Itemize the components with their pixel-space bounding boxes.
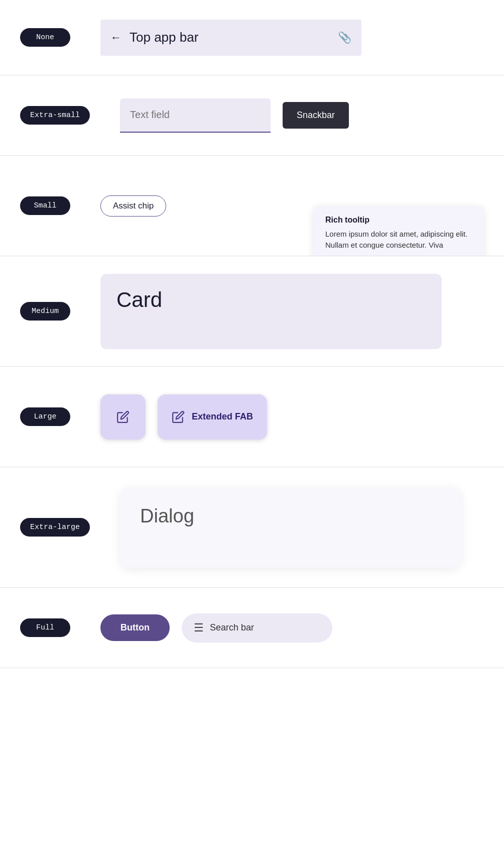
card[interactable]: Card [100,274,442,349]
extended-fab-label: Extended FAB [192,411,253,422]
dialog[interactable]: Dialog [120,487,461,568]
row-extralarge: Extra-large Dialog [0,467,504,588]
content-extrasmall: Snackbar [90,98,484,133]
text-field-input[interactable] [120,98,271,133]
content-large: Extended FAB [70,394,484,440]
search-bar-label: Search bar [210,622,254,633]
badge-extralarge: Extra-large [20,518,90,537]
badge-full: Full [20,618,70,637]
row-full: Full Button ☰ Search bar [0,588,504,668]
top-app-bar-title: Top app bar [130,30,338,45]
row-none: None ← Top app bar 📎 [0,0,504,75]
rich-tooltip: Rich tooltip Lorem ipsum dolor sit amet,… [313,205,484,257]
badge-none: None [20,28,70,47]
extended-fab-edit-icon [172,410,185,424]
top-app-bar: ← Top app bar 📎 [100,20,361,56]
content-small: Assist chip Rich tooltip Lorem ipsum dol… [70,195,484,217]
badge-small: Small [20,196,70,215]
menu-icon[interactable]: ☰ [194,621,204,635]
assist-chip-button[interactable]: Assist chip [100,195,166,217]
badge-medium: Medium [20,302,70,321]
content-medium: Card [70,274,484,349]
snackbar: Snackbar [283,102,349,129]
rich-tooltip-title: Rich tooltip [325,216,472,225]
row-large: Large Extended FAB [0,367,504,467]
row-medium: Medium Card [0,256,504,367]
search-bar[interactable]: ☰ Search bar [182,613,332,643]
badge-extrasmall: Extra-small [20,106,90,125]
fab-button[interactable] [100,394,146,440]
row-extrasmall: Extra-small Snackbar [0,75,504,156]
filled-button[interactable]: Button [100,614,170,641]
card-title: Card [116,288,162,312]
content-full: Button ☰ Search bar [70,613,484,643]
content-none: ← Top app bar 📎 [70,20,484,56]
badge-large: Large [20,407,70,426]
edit-icon [116,410,130,424]
extended-fab-button[interactable]: Extended FAB [158,394,267,440]
content-extralarge: Dialog [90,487,484,568]
rich-tooltip-body: Lorem ipsum dolor sit amet, adipiscing e… [325,229,472,251]
row-small: Small Assist chip Rich tooltip Lorem ips… [0,156,504,256]
attach-icon[interactable]: 📎 [338,31,351,44]
back-icon[interactable]: ← [110,31,121,44]
dialog-title: Dialog [140,505,194,526]
